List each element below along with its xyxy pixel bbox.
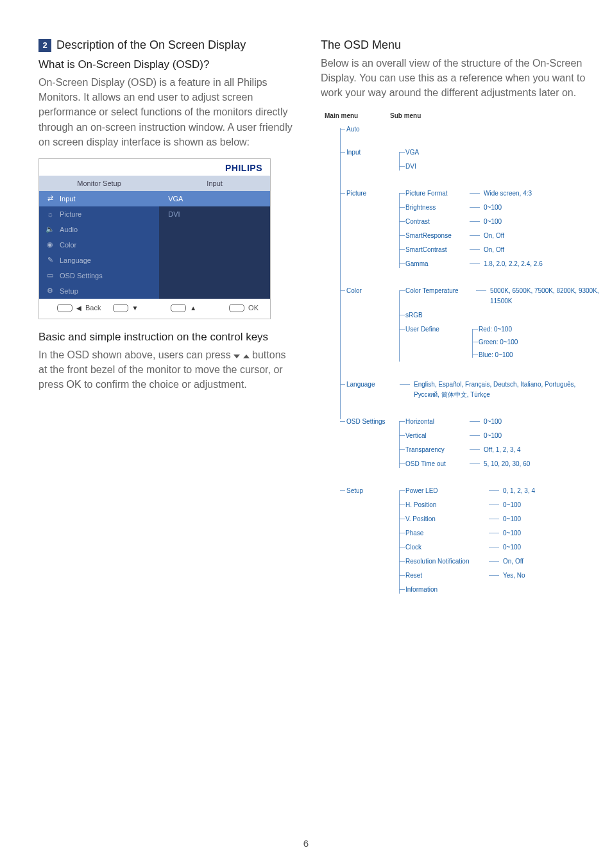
osd-item-language[interactable]: ✎ Language	[39, 253, 159, 268]
tree-headings: Main menu Sub menu	[325, 112, 603, 119]
col-sub: Sub menu	[390, 112, 421, 119]
osd-item-label: Language	[60, 256, 91, 264]
osd-sub-label: DVI	[168, 210, 180, 218]
audio-icon: 🔈	[46, 225, 55, 233]
osd-item-picture[interactable]: ☼ Picture	[39, 206, 159, 222]
tree-osd-settings: OSD Settings Horizontal0~100 Vertical0~1…	[331, 417, 603, 473]
back-label: Back	[85, 304, 101, 312]
down-button[interactable]	[113, 304, 128, 312]
question-heading: What is On-Screen Display (OSD)?	[38, 58, 295, 71]
osd-menu-body: Below is an overall view of the structur…	[321, 56, 603, 101]
tree-language: Language English, Español, Français, Deu…	[331, 380, 603, 404]
tree-input: Input VGA DVI	[331, 147, 603, 176]
osd-main-menu: ⇄ Input ☼ Picture 🔈 Audio ◉ Color	[39, 191, 159, 299]
osd-item-input[interactable]: ⇄ Input	[39, 191, 159, 206]
up-button[interactable]	[171, 304, 186, 312]
osd-item-setup[interactable]: ⚙ Setup	[39, 283, 159, 299]
osd-sub-vga[interactable]: VGA	[159, 191, 270, 206]
osd-item-label: Input	[60, 195, 75, 203]
up-arrow-icon: ▲	[190, 305, 196, 312]
setup-icon: ⚙	[46, 287, 55, 295]
tree-setup: Setup Power LED0, 1, 2, 3, 4 H. Position…	[331, 486, 603, 599]
up-arrow-icon	[243, 355, 250, 358]
down-arrow-icon: ▼	[132, 305, 139, 312]
picture-icon: ☼	[46, 210, 55, 218]
col-main: Main menu	[325, 112, 380, 119]
osd-header-right: Input	[159, 176, 270, 191]
question-body: On-Screen Display (OSD) is a feature in …	[38, 75, 295, 149]
osd-item-label: Audio	[60, 226, 78, 233]
language-icon: ✎	[46, 256, 55, 264]
ok-button[interactable]	[229, 304, 244, 312]
osd-panel: PHILIPS Monitor Setup Input ⇄ Input ☼ Pi…	[38, 158, 271, 319]
osd-item-label: Color	[60, 241, 76, 249]
osd-sub-dvi[interactable]: DVI	[159, 206, 270, 222]
osd-menu-heading: The OSD Menu	[321, 38, 603, 52]
osd-header-left: Monitor Setup	[39, 176, 159, 191]
osd-item-color[interactable]: ◉ Color	[39, 237, 159, 253]
tree-color: Color Color Temperature5000K, 6500K, 750…	[331, 286, 603, 367]
osd-item-audio[interactable]: 🔈 Audio	[39, 222, 159, 237]
osd-sub-menu: VGA DVI	[159, 191, 270, 299]
basic-heading: Basic and simple instruction on the cont…	[38, 331, 295, 344]
osd-brand: PHILIPS	[39, 159, 270, 176]
osd-footer: ◀ Back ▼ ▲ OK	[39, 299, 270, 319]
osd-sub-label: VGA	[168, 195, 183, 203]
basic-body: In the OSD shown above, users can press …	[38, 347, 295, 392]
back-button[interactable]	[57, 304, 72, 312]
osd-item-label: Setup	[60, 287, 78, 295]
down-arrow-icon	[234, 355, 240, 358]
input-icon: ⇄	[46, 194, 55, 203]
page-number: 6	[0, 838, 612, 849]
osd-header: Monitor Setup Input	[39, 176, 270, 191]
osd-settings-icon: ▭	[46, 271, 55, 280]
osd-item-label: Picture	[60, 210, 81, 218]
section-number-box: 2	[38, 39, 51, 52]
section-title: Description of the On Screen Display	[56, 38, 246, 52]
osd-item-label: OSD Settings	[60, 272, 103, 280]
color-icon: ◉	[46, 240, 55, 249]
tree-picture: Picture Picture FormatWide screen, 4:3 B…	[331, 188, 603, 273]
back-arrow-icon: ◀	[76, 305, 81, 312]
tree-auto: Auto	[331, 124, 603, 135]
section-heading: 2 Description of the On Screen Display	[38, 38, 295, 52]
ok-label: OK	[248, 304, 259, 312]
osd-tree: Auto Input VGA DVI Picture Picture Forma…	[321, 124, 603, 599]
osd-item-osd-settings[interactable]: ▭ OSD Settings	[39, 268, 159, 283]
